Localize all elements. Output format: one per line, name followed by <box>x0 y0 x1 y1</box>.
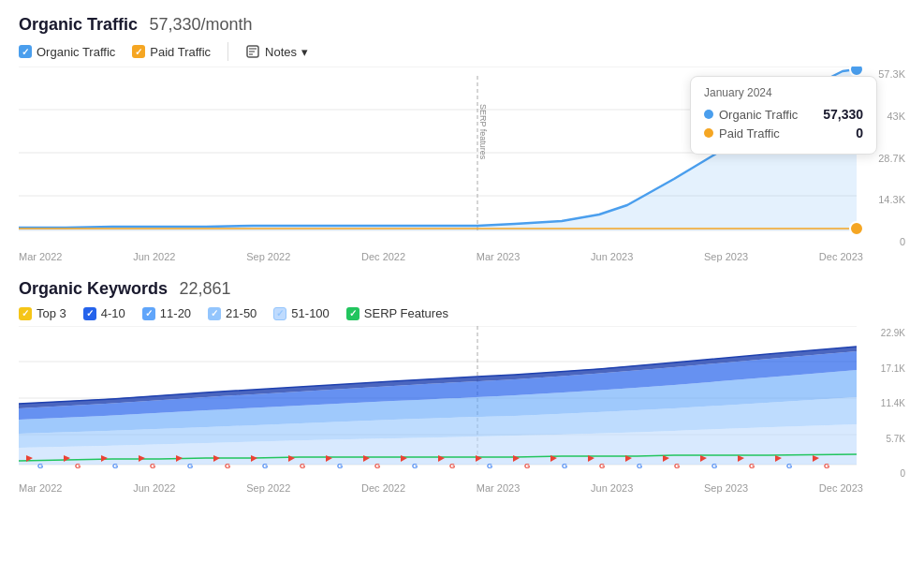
svg-text:G: G <box>487 462 492 470</box>
svg-text:G: G <box>225 462 230 470</box>
tooltip-paid-label: Paid Traffic <box>719 126 780 141</box>
tooltip-paid-value: 0 <box>856 126 863 141</box>
notes-button[interactable]: Notes ▾ <box>245 44 308 59</box>
tooltip-organic-row: Organic Traffic 57,330 <box>704 107 863 122</box>
svg-text:G: G <box>374 462 380 470</box>
svg-text:G: G <box>337 462 343 470</box>
svg-text:G: G <box>187 462 193 470</box>
legend-4-10[interactable]: ✓ 4-10 <box>83 306 125 320</box>
organic-traffic-header: Organic Traffic 57,330/month <box>19 15 905 35</box>
keywords-y-axis: 22.9K 17.1K 11.4K 5.7K 0 <box>868 326 905 481</box>
organic-keywords-value: 22,861 <box>180 279 231 298</box>
legend-paid-label: Paid Traffic <box>150 45 211 59</box>
svg-text:G: G <box>262 462 268 470</box>
svg-text:G: G <box>599 462 605 470</box>
svg-text:SERP features: SERP features <box>478 104 488 160</box>
organic-keywords-section: Organic Keywords 22,861 ✓ Top 3 ✓ 4-10 ✓… <box>19 279 905 494</box>
legend-serp-label: SERP Features <box>364 306 448 320</box>
svg-text:G: G <box>824 462 829 470</box>
organic-traffic-checkbox[interactable]: ✓ <box>19 45 32 58</box>
svg-text:G: G <box>37 462 43 470</box>
51-100-checkbox[interactable]: ✓ <box>273 307 286 320</box>
11-20-checkbox[interactable]: ✓ <box>142 307 155 320</box>
svg-text:G: G <box>75 462 81 470</box>
legend-organic-traffic[interactable]: ✓ Organic Traffic <box>19 45 115 59</box>
4-10-checkbox[interactable]: ✓ <box>83 307 96 320</box>
keywords-chart-svg: G G G G G G G G G G G G G G G G G G G G … <box>19 326 899 471</box>
svg-text:G: G <box>637 462 642 470</box>
legend-divider <box>227 42 228 61</box>
paid-traffic-checkbox[interactable]: ✓ <box>132 45 145 58</box>
tooltip-paid-row: Paid Traffic 0 <box>704 126 863 141</box>
legend-4-10-label: 4-10 <box>101 306 125 320</box>
legend-paid-traffic[interactable]: ✓ Paid Traffic <box>132 45 211 59</box>
legend-51-100[interactable]: ✓ 51-100 <box>273 306 329 320</box>
svg-text:G: G <box>786 462 792 470</box>
traffic-x-axis: Mar 2022 Jun 2022 Sep 2022 Dec 2022 Mar … <box>19 249 863 262</box>
svg-text:G: G <box>449 462 455 470</box>
svg-text:G: G <box>711 462 717 470</box>
organic-keywords-title: Organic Keywords <box>19 279 168 298</box>
legend-11-20[interactable]: ✓ 11-20 <box>142 306 191 320</box>
svg-text:G: G <box>749 462 755 470</box>
tooltip-organic-value: 57,330 <box>823 107 863 122</box>
legend-top3-label: Top 3 <box>37 306 66 320</box>
organic-traffic-legend: ✓ Organic Traffic ✓ Paid Traffic Notes ▾ <box>19 42 905 61</box>
svg-text:G: G <box>150 462 155 470</box>
tooltip-paid-dot <box>704 128 713 138</box>
organic-traffic-chart: 57.3K 43K 28.7K 14.3K 0 SERP features <box>19 67 905 249</box>
legend-21-50[interactable]: ✓ 21-50 <box>208 306 257 320</box>
notes-icon <box>245 44 260 59</box>
tooltip-organic-label: Organic Traffic <box>719 108 798 122</box>
serp-features-checkbox[interactable]: ✓ <box>346 307 359 320</box>
tooltip-date: January 2024 <box>704 86 863 99</box>
svg-text:G: G <box>300 462 305 470</box>
legend-organic-label: Organic Traffic <box>37 45 115 59</box>
svg-text:G: G <box>524 462 530 470</box>
notes-label: Notes <box>265 45 297 59</box>
legend-top3[interactable]: ✓ Top 3 <box>19 306 66 320</box>
svg-text:G: G <box>412 462 418 470</box>
keywords-legend: ✓ Top 3 ✓ 4-10 ✓ 11-20 ✓ 21-50 ✓ 51 <box>19 306 905 320</box>
legend-51-100-label: 51-100 <box>291 306 329 320</box>
svg-text:G: G <box>112 462 118 470</box>
legend-21-50-label: 21-50 <box>226 306 257 320</box>
21-50-checkbox[interactable]: ✓ <box>208 307 221 320</box>
svg-text:G: G <box>562 462 567 470</box>
tooltip-organic-dot <box>704 110 713 119</box>
legend-serp-features[interactable]: ✓ SERP Features <box>346 306 448 320</box>
organic-traffic-value: 57,330/month <box>150 15 253 34</box>
svg-point-11 <box>850 67 863 76</box>
legend-11-20-label: 11-20 <box>160 306 191 320</box>
svg-text:G: G <box>674 462 680 470</box>
svg-point-12 <box>850 222 863 235</box>
top3-checkbox[interactable]: ✓ <box>19 307 32 320</box>
chart-tooltip: January 2024 Organic Traffic 57,330 Paid… <box>690 76 877 155</box>
organic-traffic-section: Organic Traffic 57,330/month ✓ Organic T… <box>19 15 905 262</box>
keywords-chart: 22.9K 17.1K 11.4K 5.7K 0 <box>19 326 905 481</box>
notes-chevron: ▾ <box>301 45 308 59</box>
organic-traffic-title: Organic Traffic <box>19 15 138 34</box>
keywords-x-axis: Mar 2022 Jun 2022 Sep 2022 Dec 2022 Mar … <box>19 481 863 494</box>
organic-keywords-header: Organic Keywords 22,861 <box>19 279 905 299</box>
